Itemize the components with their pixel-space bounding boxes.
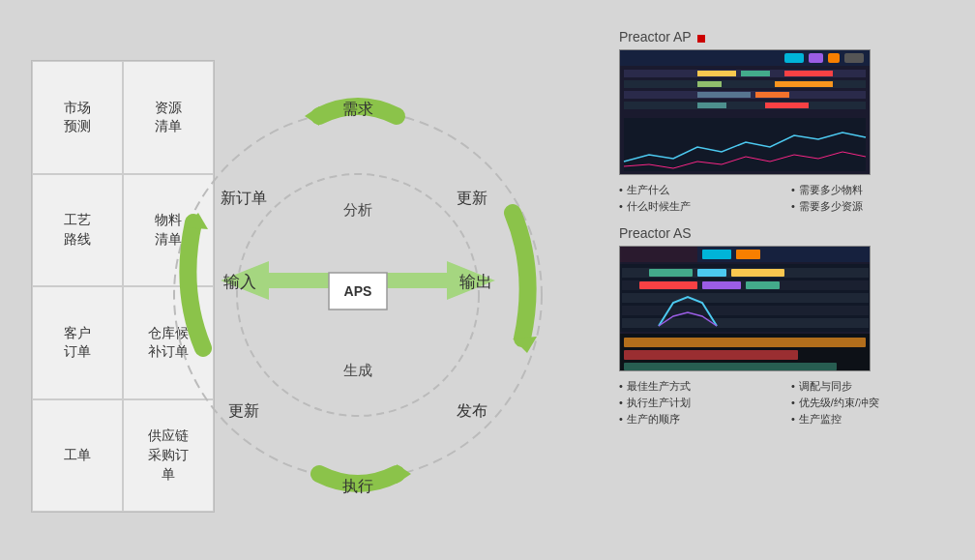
right-panel: Preactor AP <box>619 29 948 440</box>
svg-marker-4 <box>397 464 411 484</box>
svg-text:新订单: 新订单 <box>221 190 267 206</box>
svg-rect-50 <box>622 318 869 328</box>
svg-text:分析: 分析 <box>343 201 372 218</box>
svg-rect-48 <box>622 293 869 303</box>
svg-marker-2 <box>305 106 319 126</box>
svg-rect-53 <box>731 269 784 277</box>
svg-rect-22 <box>784 53 804 63</box>
input-box: 市场预测 资源清单 工艺路线 物料清单 客户订单 仓库候补订单 工单 供应链采购… <box>31 60 215 513</box>
bullet-ap-2: • 需要多少物料 <box>791 183 948 197</box>
svg-rect-8 <box>329 273 387 309</box>
cell-market-forecast: 市场预测 <box>32 61 123 174</box>
svg-rect-60 <box>624 363 837 370</box>
svg-text:执行: 执行 <box>342 478 373 494</box>
preactor-as-screenshot <box>619 246 871 371</box>
svg-text:输入: 输入 <box>223 273 256 291</box>
svg-rect-39 <box>624 118 866 171</box>
cell-material-list: 物料清单 <box>123 174 214 287</box>
bullet-ap-1: • 生产什么 <box>619 183 776 197</box>
svg-rect-43 <box>702 250 731 259</box>
svg-rect-54 <box>639 281 697 289</box>
svg-rect-23 <box>809 53 823 63</box>
svg-rect-30 <box>697 71 736 76</box>
bullet-as-2: • 调配与同步 <box>791 379 948 394</box>
svg-rect-34 <box>775 81 833 87</box>
svg-rect-32 <box>784 71 833 76</box>
svg-rect-42 <box>620 247 697 262</box>
svg-rect-52 <box>697 269 726 277</box>
bullet-as-6: • 生产监控 <box>791 412 948 427</box>
svg-rect-38 <box>765 103 809 108</box>
svg-rect-55 <box>702 281 741 289</box>
svg-rect-31 <box>741 71 770 76</box>
preactor-as-title: Preactor AS <box>619 225 948 241</box>
svg-rect-33 <box>697 81 722 87</box>
svg-rect-58 <box>624 338 866 347</box>
cell-process-route: 工艺路线 <box>32 174 123 287</box>
cell-warehouse-order: 仓库候补订单 <box>123 286 214 399</box>
svg-text:生成: 生成 <box>343 362 372 378</box>
svg-rect-24 <box>828 53 840 63</box>
svg-marker-7 <box>387 261 495 300</box>
svg-point-0 <box>174 111 542 479</box>
preactor-ap-screenshot <box>619 49 871 175</box>
svg-rect-35 <box>697 92 751 98</box>
svg-marker-3 <box>513 337 537 353</box>
preactor-ap-bullets: • 生产什么 • 需要多少物料 • 什么时候生产 • 需要多少资源 <box>619 183 948 214</box>
svg-text:输出: 输出 <box>459 273 492 291</box>
svg-rect-51 <box>649 269 693 277</box>
cell-resource-list: 资源清单 <box>123 61 214 174</box>
svg-rect-37 <box>697 103 726 108</box>
svg-text:需求: 需求 <box>342 101 373 117</box>
preactor-as-bullets: • 最佳生产方式 • 调配与同步 • 执行生产计划 • 优先级/约束/冲突 • … <box>619 379 948 427</box>
svg-text:发布: 发布 <box>457 402 488 419</box>
preactor-ap-title: Preactor AP <box>619 29 948 44</box>
bullet-as-3: • 执行生产计划 <box>619 396 776 410</box>
svg-text:APS: APS <box>344 283 372 299</box>
svg-marker-6 <box>221 261 329 300</box>
bullet-ap-4: • 需要多少资源 <box>791 199 948 214</box>
bullet-as-5: • 生产的顺序 <box>619 412 776 427</box>
cell-supply-chain: 供应链采购订单 <box>123 399 214 513</box>
svg-point-1 <box>237 174 479 416</box>
cell-customer-order: 客户订单 <box>32 286 123 399</box>
svg-rect-44 <box>736 250 760 259</box>
svg-rect-59 <box>624 350 798 360</box>
svg-rect-25 <box>844 53 864 63</box>
svg-text:更新: 更新 <box>457 190 488 206</box>
svg-rect-49 <box>622 306 869 315</box>
svg-rect-56 <box>746 281 780 289</box>
bullet-as-1: • 最佳生产方式 <box>619 379 776 394</box>
svg-text:更新: 更新 <box>228 402 259 419</box>
bullet-ap-3: • 什么时候生产 <box>619 199 776 214</box>
bullet-as-4: • 优先级/约束/冲突 <box>791 396 948 410</box>
svg-rect-36 <box>755 92 789 98</box>
cell-work-order: 工单 <box>32 399 123 513</box>
svg-rect-29 <box>624 102 866 109</box>
